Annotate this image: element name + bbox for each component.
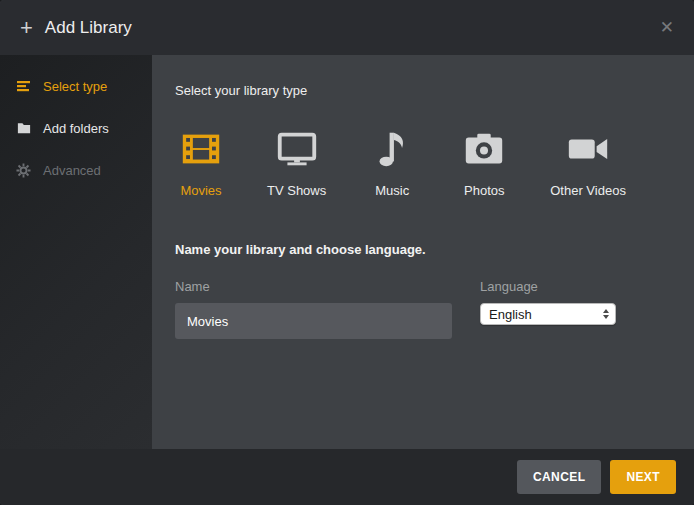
- tv-icon: [274, 125, 320, 173]
- close-icon[interactable]: ✕: [660, 19, 674, 36]
- library-type-label: Photos: [464, 183, 504, 198]
- language-select[interactable]: English: [480, 303, 616, 325]
- folder-icon: [16, 121, 33, 135]
- sidebar-item-label: Advanced: [43, 163, 101, 178]
- type-lines-icon: [16, 78, 33, 94]
- dialog-footer: CANCEL NEXT: [0, 449, 694, 505]
- sidebar: Select type Add folders: [0, 55, 152, 449]
- library-name-input[interactable]: [175, 303, 452, 339]
- main-panel: Select your library type Mov: [152, 55, 694, 449]
- name-label: Name: [175, 279, 452, 294]
- video-camera-icon: [565, 125, 611, 173]
- name-field-group: Name: [175, 279, 452, 339]
- language-selected-value: English: [489, 307, 601, 322]
- gear-icon: [16, 163, 33, 178]
- library-type-label: Movies: [180, 183, 221, 198]
- name-language-row: Name Language English: [175, 279, 670, 339]
- dialog-header: + Add Library ✕: [0, 0, 694, 55]
- library-type-movies[interactable]: Movies: [175, 125, 227, 198]
- dialog-title: Add Library: [45, 18, 132, 38]
- library-type-label: Music: [375, 183, 409, 198]
- sidebar-item-select-type[interactable]: Select type: [0, 65, 152, 107]
- plus-icon: +: [20, 17, 33, 39]
- dialog-body: Select type Add folders: [0, 55, 694, 449]
- sidebar-item-add-folders[interactable]: Add folders: [0, 107, 152, 149]
- library-type-label: Other Videos: [550, 183, 626, 198]
- language-label: Language: [480, 279, 616, 294]
- music-note-icon: [369, 125, 415, 173]
- library-type-tiles: Movies TV Shows: [175, 125, 670, 198]
- library-type-tv-shows[interactable]: TV Shows: [267, 125, 326, 198]
- camera-icon: [461, 125, 507, 173]
- cancel-button[interactable]: CANCEL: [517, 460, 601, 494]
- name-section-heading: Name your library and choose language.: [175, 242, 670, 257]
- add-library-dialog: + Add Library ✕ Select type Add folders: [0, 0, 694, 505]
- language-field-group: Language English: [480, 279, 616, 325]
- library-type-music[interactable]: Music: [366, 125, 418, 198]
- select-stepper-icon: [601, 309, 611, 319]
- library-type-photos[interactable]: Photos: [458, 125, 510, 198]
- library-type-other-videos[interactable]: Other Videos: [550, 125, 626, 198]
- sidebar-item-label: Select type: [43, 79, 107, 94]
- film-icon: [178, 125, 224, 173]
- sidebar-item-label: Add folders: [43, 121, 109, 136]
- library-type-label: TV Shows: [267, 183, 326, 198]
- sidebar-item-advanced[interactable]: Advanced: [0, 149, 152, 191]
- library-type-heading: Select your library type: [175, 83, 670, 98]
- next-button[interactable]: NEXT: [610, 460, 676, 494]
